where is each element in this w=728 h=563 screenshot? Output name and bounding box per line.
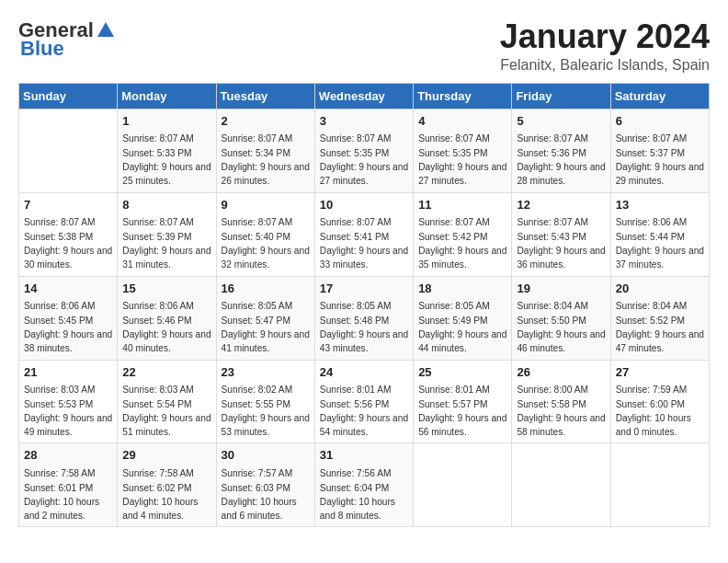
cell-sunset: Sunset: 5:45 PM	[24, 316, 93, 326]
calendar-cell: 10 Sunrise: 8:07 AM Sunset: 5:41 PM Dayl…	[314, 192, 413, 276]
calendar-cell: 14 Sunrise: 8:06 AM Sunset: 5:45 PM Dayl…	[19, 276, 118, 360]
cell-daylight: Daylight: 10 hours and 2 minutes.	[24, 497, 99, 521]
day-number: 21	[24, 364, 112, 382]
cell-sunrise: Sunrise: 8:07 AM	[418, 217, 490, 227]
cell-sunset: Sunset: 5:52 PM	[616, 316, 685, 326]
cell-sunrise: Sunrise: 7:59 AM	[616, 385, 688, 395]
cell-daylight: Daylight: 9 hours and 26 minutes.	[222, 162, 310, 186]
cell-sunrise: Sunrise: 8:07 AM	[517, 217, 588, 227]
cell-daylight: Daylight: 9 hours and 25 minutes.	[122, 162, 210, 186]
day-number: 27	[616, 364, 704, 382]
cell-daylight: Daylight: 9 hours and 27 minutes.	[320, 162, 408, 186]
cell-sunrise: Sunrise: 8:06 AM	[616, 217, 688, 227]
cell-sunset: Sunset: 5:55 PM	[222, 399, 290, 409]
cell-sunrise: Sunrise: 8:06 AM	[24, 301, 96, 311]
cell-sunset: Sunset: 5:47 PM	[222, 316, 290, 326]
cell-sunrise: Sunrise: 8:07 AM	[320, 133, 392, 144]
cell-daylight: Daylight: 9 hours and 44 minutes.	[418, 329, 506, 353]
cell-sunrise: Sunrise: 8:01 AM	[418, 385, 490, 395]
calendar-cell: 22 Sunrise: 8:03 AM Sunset: 5:54 PM Dayl…	[118, 360, 216, 443]
svg-marker-0	[97, 22, 114, 37]
day-number: 20	[616, 281, 704, 298]
calendar-cell: 4 Sunrise: 8:07 AM Sunset: 5:35 PM Dayli…	[414, 109, 512, 192]
day-number: 4	[418, 113, 506, 131]
month-title: January 2024	[500, 18, 710, 55]
day-number: 17	[320, 281, 408, 298]
cell-sunset: Sunset: 5:35 PM	[418, 148, 487, 158]
calendar-cell: 20 Sunrise: 8:04 AM Sunset: 5:52 PM Dayl…	[610, 276, 709, 360]
calendar-cell: 3 Sunrise: 8:07 AM Sunset: 5:35 PM Dayli…	[314, 109, 413, 192]
weekday-header-tuesday: Tuesday	[216, 83, 314, 109]
day-number: 24	[320, 364, 408, 382]
calendar-cell: 12 Sunrise: 8:07 AM Sunset: 5:43 PM Dayl…	[512, 192, 610, 276]
day-number: 26	[517, 364, 605, 382]
calendar-week-row: 28 Sunrise: 7:58 AM Sunset: 6:01 PM Dayl…	[19, 443, 710, 527]
day-number: 28	[24, 447, 112, 465]
weekday-header-sunday: Sunday	[19, 83, 118, 109]
calendar-week-row: 1 Sunrise: 8:07 AM Sunset: 5:33 PM Dayli…	[19, 109, 710, 192]
calendar-cell: 27 Sunrise: 7:59 AM Sunset: 6:00 PM Dayl…	[610, 360, 709, 443]
cell-sunset: Sunset: 5:40 PM	[222, 232, 290, 242]
day-number: 11	[418, 197, 506, 214]
cell-sunset: Sunset: 5:41 PM	[320, 232, 389, 242]
cell-sunrise: Sunrise: 8:05 AM	[418, 301, 490, 311]
cell-daylight: Daylight: 9 hours and 40 minutes.	[122, 329, 210, 353]
calendar-cell: 24 Sunrise: 8:01 AM Sunset: 5:56 PM Dayl…	[314, 360, 413, 443]
cell-daylight: Daylight: 9 hours and 54 minutes.	[320, 413, 408, 437]
day-number: 16	[222, 281, 310, 298]
cell-sunset: Sunset: 5:36 PM	[517, 148, 586, 158]
cell-sunset: Sunset: 5:37 PM	[616, 148, 685, 158]
cell-sunrise: Sunrise: 8:00 AM	[517, 385, 588, 395]
cell-daylight: Daylight: 9 hours and 37 minutes.	[616, 246, 704, 270]
cell-sunrise: Sunrise: 7:56 AM	[320, 468, 392, 478]
cell-sunrise: Sunrise: 7:57 AM	[222, 468, 293, 478]
day-number: 13	[616, 197, 704, 214]
calendar-cell: 13 Sunrise: 8:06 AM Sunset: 5:44 PM Dayl…	[610, 192, 709, 276]
calendar-week-row: 7 Sunrise: 8:07 AM Sunset: 5:38 PM Dayli…	[19, 192, 710, 276]
cell-sunset: Sunset: 5:33 PM	[122, 148, 191, 158]
weekday-header-thursday: Thursday	[414, 83, 512, 109]
calendar-cell: 25 Sunrise: 8:01 AM Sunset: 5:57 PM Dayl…	[414, 360, 512, 443]
cell-sunset: Sunset: 5:39 PM	[122, 232, 191, 242]
cell-sunrise: Sunrise: 8:04 AM	[616, 301, 688, 311]
cell-daylight: Daylight: 9 hours and 49 minutes.	[24, 413, 112, 437]
logo-icon	[96, 20, 116, 40]
day-number: 29	[122, 447, 210, 465]
cell-sunset: Sunset: 6:04 PM	[320, 483, 389, 493]
cell-sunrise: Sunrise: 8:07 AM	[122, 133, 194, 144]
day-number: 22	[122, 364, 210, 382]
cell-sunset: Sunset: 5:46 PM	[122, 316, 191, 326]
cell-sunset: Sunset: 5:42 PM	[418, 232, 487, 242]
cell-daylight: Daylight: 9 hours and 32 minutes.	[222, 246, 310, 270]
logo: General Blue	[18, 18, 116, 61]
cell-sunrise: Sunrise: 8:01 AM	[320, 385, 392, 395]
day-number: 14	[24, 281, 112, 298]
weekday-header-saturday: Saturday	[610, 83, 709, 109]
calendar-table: SundayMondayTuesdayWednesdayThursdayFrid…	[18, 83, 710, 528]
calendar-cell: 6 Sunrise: 8:07 AM Sunset: 5:37 PM Dayli…	[610, 109, 709, 192]
cell-sunrise: Sunrise: 8:07 AM	[222, 133, 293, 144]
calendar-week-row: 21 Sunrise: 8:03 AM Sunset: 5:53 PM Dayl…	[19, 360, 710, 443]
cell-sunrise: Sunrise: 8:03 AM	[24, 385, 96, 395]
cell-daylight: Daylight: 9 hours and 56 minutes.	[418, 413, 506, 437]
cell-sunset: Sunset: 5:38 PM	[24, 232, 93, 242]
cell-daylight: Daylight: 9 hours and 53 minutes.	[222, 413, 310, 437]
cell-sunrise: Sunrise: 8:05 AM	[320, 301, 392, 311]
cell-sunset: Sunset: 5:35 PM	[320, 148, 389, 158]
day-number: 19	[517, 281, 605, 298]
calendar-cell: 19 Sunrise: 8:04 AM Sunset: 5:50 PM Dayl…	[512, 276, 610, 360]
cell-sunrise: Sunrise: 8:03 AM	[122, 385, 194, 395]
day-number: 23	[222, 364, 310, 382]
day-number: 5	[517, 113, 605, 131]
weekday-header-row: SundayMondayTuesdayWednesdayThursdayFrid…	[19, 83, 710, 109]
calendar-cell: 30 Sunrise: 7:57 AM Sunset: 6:03 PM Dayl…	[216, 443, 314, 527]
cell-sunset: Sunset: 5:44 PM	[616, 232, 685, 242]
calendar-cell: 8 Sunrise: 8:07 AM Sunset: 5:39 PM Dayli…	[118, 192, 216, 276]
day-number: 12	[517, 197, 605, 214]
cell-sunrise: Sunrise: 8:07 AM	[320, 217, 392, 227]
calendar-cell: 31 Sunrise: 7:56 AM Sunset: 6:04 PM Dayl…	[314, 443, 413, 527]
calendar-cell	[19, 109, 118, 192]
cell-daylight: Daylight: 9 hours and 35 minutes.	[418, 246, 506, 270]
cell-sunrise: Sunrise: 8:04 AM	[517, 301, 588, 311]
calendar-cell	[414, 443, 512, 527]
